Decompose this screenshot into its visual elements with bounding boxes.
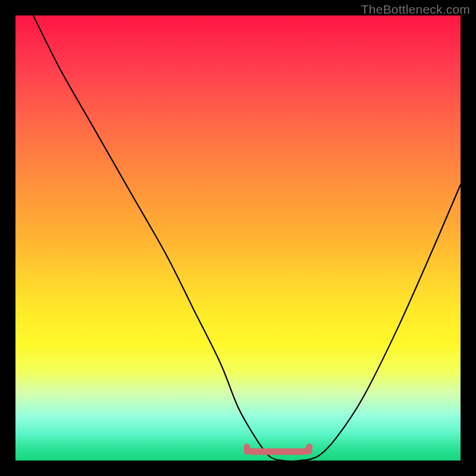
bottleneck-curve bbox=[33, 15, 461, 461]
watermark-text: TheBottleneck.com bbox=[361, 2, 470, 17]
plot-area bbox=[15, 15, 461, 461]
chart-frame: TheBottleneck.com bbox=[0, 0, 476, 476]
svg-point-6 bbox=[298, 449, 303, 455]
svg-point-0 bbox=[244, 449, 250, 455]
svg-point-1 bbox=[253, 449, 259, 455]
svg-point-5 bbox=[289, 449, 295, 455]
svg-point-3 bbox=[271, 449, 277, 455]
flat-region-marker bbox=[247, 447, 309, 452]
svg-point-4 bbox=[280, 449, 286, 455]
svg-point-7 bbox=[306, 449, 312, 455]
flat-region-dots bbox=[244, 449, 312, 455]
curve-layer bbox=[15, 15, 461, 461]
svg-point-2 bbox=[262, 449, 268, 455]
